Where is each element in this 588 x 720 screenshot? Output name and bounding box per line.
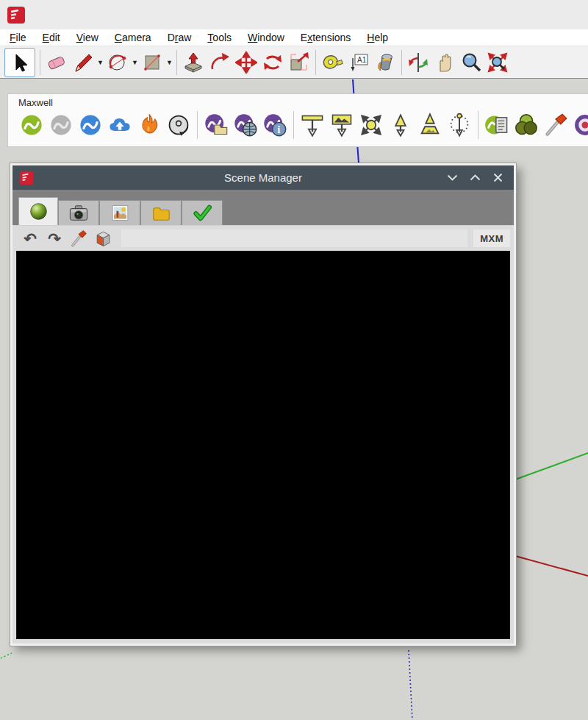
maxwell-viewport-render-button[interactable] [76,110,105,140]
tab-files[interactable] [140,200,182,225]
close-icon [493,173,503,182]
menu-help[interactable]: Help [359,32,396,43]
scene-manager-tabstrip [12,190,514,225]
maxwell-omni-light-button[interactable] [356,110,386,140]
follow-me-tool-button[interactable] [207,49,233,76]
tab-camera[interactable] [58,200,99,225]
push-pull-icon [182,51,204,74]
line-tool-button[interactable] [70,49,96,76]
maxwell-ies-light-button[interactable] [445,110,474,140]
texture-cube-button[interactable] [93,228,113,249]
maxwell-render-button[interactable] [17,110,46,140]
spotlight-icon [388,113,413,138]
orbit-tool-button[interactable] [405,49,431,76]
sketchup-logo-icon [7,5,26,25]
zoom-extents-tool-button[interactable] [484,49,511,76]
move-tool-button[interactable] [233,49,259,76]
maxwell-mxm-web-button[interactable] [231,110,260,140]
maxwell-separator [293,111,294,139]
maxwell-open-mxm-folder-button[interactable] [201,110,231,140]
redo-button[interactable]: ↷ [44,228,65,249]
maxwell-fire-render-button[interactable] [135,110,164,140]
maxwell-spotlight-button[interactable] [386,110,415,140]
maxwell-mxm-info-button[interactable]: i [260,110,290,140]
image-icon [110,203,130,223]
eraser-icon [46,52,68,73]
maxwell-material-lists-button[interactable] [512,110,541,140]
maxwell-material-picker-button[interactable] [541,110,570,140]
push-pull-tool-button[interactable] [180,49,207,76]
material-preview-area[interactable] [16,251,510,639]
svg-text:i: i [277,124,280,135]
eyedropper-icon [543,113,568,138]
tape-measure-tool-button[interactable] [319,49,345,76]
menu-file[interactable]: File [1,32,35,43]
toolbar-field [121,229,467,247]
tab-environment[interactable] [99,200,140,225]
select-tool-button[interactable] [4,48,35,77]
toolbar-separator [176,50,177,75]
undo-button[interactable]: ↶ [20,228,40,249]
paint-bucket-tool-button[interactable] [372,49,398,76]
maxwell-image-emitter-button[interactable] [327,110,356,140]
shapes-tool-button[interactable] [139,49,165,76]
maxwell-cloud-render-button[interactable] [105,110,135,140]
dialog-window-buttons [446,172,514,184]
dialog-title: Scene Manager [12,171,514,184]
purple-ring-icon [573,113,588,138]
three-circles-icon [514,113,539,138]
scale-tool-button[interactable] [286,49,312,76]
maxwell-network-render-button[interactable] [164,110,193,140]
tab-materials[interactable] [18,197,58,225]
camera-icon [68,204,89,223]
scene-settings-icon [484,113,509,138]
zoom-tool-button[interactable] [458,49,484,76]
chevron-down-icon [447,174,458,181]
menu-extensions[interactable]: Extensions [293,32,359,43]
arc-tool-button[interactable] [104,49,131,76]
menu-edit[interactable]: Edit [35,32,68,43]
menu-tools[interactable]: Tools [199,32,240,43]
toolbar-separator [401,50,402,75]
mxm-folder-icon [204,113,229,138]
maxwell-projector-button[interactable] [415,110,445,140]
pan-tool-button[interactable] [431,49,458,76]
svg-text:A1: A1 [357,56,367,64]
mxm-button[interactable]: MXM [473,229,510,247]
rotate-tool-button[interactable] [259,49,286,76]
pencil-icon [73,52,93,73]
line-tool-dropdown[interactable]: ▼ [96,49,104,76]
maxwell-toolbar-panel: Maxwell [7,93,588,147]
maxwell-panel-title: Maxwell [8,94,588,109]
close-button[interactable] [492,172,503,184]
pan-hand-icon [434,51,456,74]
maxwell-render-icon [19,113,44,138]
material-picker-button[interactable] [68,228,89,249]
toolbar-separator [315,50,316,75]
maxwell-scene-settings-button[interactable] [482,110,512,140]
collapse-button[interactable] [446,172,458,184]
checkmark-icon [193,204,212,222]
maxwell-render-disabled-button[interactable] [46,110,76,140]
material-sphere-icon [29,202,49,221]
text-tool-button[interactable]: A1 [345,49,372,76]
maxwell-render-gray-icon [49,113,74,138]
window-titlebar [0,0,588,29]
maxwell-emitter-button[interactable] [298,110,327,140]
eraser-tool-button[interactable] [43,49,70,76]
expand-button[interactable] [469,172,481,184]
eyedropper-icon [70,229,87,247]
green-axis-solid [507,453,588,482]
mxm-globe-icon [233,113,258,138]
paint-bucket-icon [374,51,396,74]
scene-manager-titlebar[interactable]: Scene Manager [12,165,514,190]
tab-options[interactable] [182,200,223,225]
arc-tool-dropdown[interactable]: ▼ [131,49,139,76]
menu-camera[interactable]: Camera [107,32,159,43]
maxwell-material-editor-button[interactable] [570,110,588,140]
menu-window[interactable]: Window [240,32,293,43]
menu-bar: File Edit View Camera Draw Tools Window … [0,29,588,46]
shapes-tool-dropdown[interactable]: ▼ [165,49,173,76]
menu-view[interactable]: View [68,32,107,43]
menu-draw[interactable]: Draw [159,32,200,43]
